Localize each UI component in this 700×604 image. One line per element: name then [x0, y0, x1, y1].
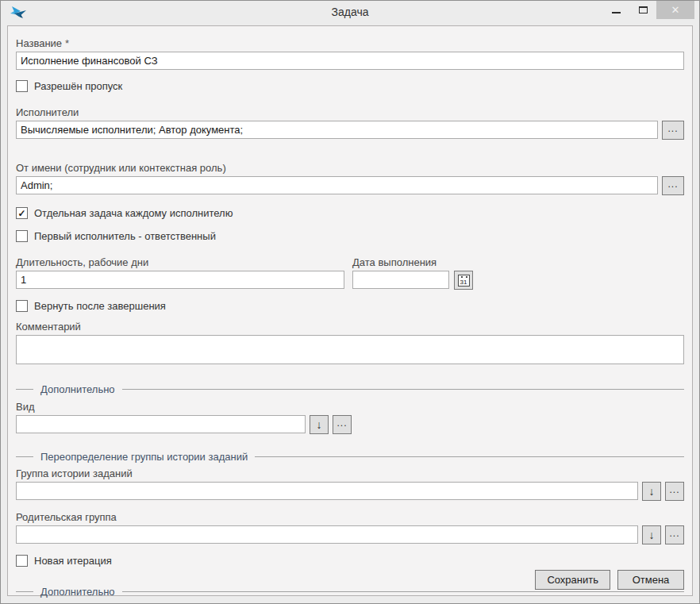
required-mark: * — [65, 37, 69, 49]
kind-dropdown-button[interactable]: ↓ — [310, 415, 329, 434]
kind-browse-button[interactable]: ... — [333, 415, 352, 434]
down-arrow-icon: ↓ — [317, 419, 322, 430]
first-responsible-checkbox[interactable]: ✓ — [16, 230, 28, 242]
new-iteration-checkbox[interactable]: ✓ — [16, 555, 28, 567]
check-icon: ✓ — [17, 209, 25, 218]
comment-label: Комментарий — [16, 321, 684, 333]
history-group-label: Группа истории заданий — [16, 467, 684, 479]
first-responsible-checkbox-row[interactable]: ✓ Первый исполнитель - ответственный — [16, 230, 684, 242]
allow-skip-label: Разрешён пропуск — [34, 80, 122, 92]
ellipsis-icon: ... — [667, 179, 678, 189]
history-group-browse-button[interactable]: ... — [665, 482, 684, 501]
app-logo-bird-icon — [10, 6, 29, 20]
performers-label: Исполнители — [16, 106, 684, 118]
maximize-icon — [639, 6, 648, 13]
kind-label: Вид — [16, 401, 684, 413]
calendar-icon: 31 — [458, 275, 470, 287]
new-iteration-label: Новая итерация — [34, 555, 112, 567]
return-after-label: Вернуть после завершения — [34, 300, 166, 312]
on-behalf-browse-button[interactable]: ... — [662, 176, 684, 195]
kind-input[interactable] — [16, 415, 306, 433]
ellipsis-icon: ... — [669, 529, 679, 538]
footer-actions: Сохранить Отмена — [528, 570, 684, 590]
form-panel: Название* ✓ Разрешён пропуск Исполнители… — [7, 25, 693, 596]
on-behalf-label: От имени (сотрудник или контекстная роль… — [16, 162, 684, 174]
return-after-checkbox-row[interactable]: ✓ Вернуть после завершения — [16, 300, 684, 312]
performers-input[interactable] — [16, 121, 658, 139]
on-behalf-input[interactable] — [16, 176, 658, 194]
history-group-input[interactable] — [16, 482, 638, 500]
parent-group-dropdown-button[interactable]: ↓ — [642, 525, 661, 544]
first-responsible-label: Первый исполнитель - ответственный — [34, 230, 216, 242]
comment-input[interactable] — [16, 335, 684, 364]
return-after-checkbox[interactable]: ✓ — [16, 300, 28, 312]
down-arrow-icon: ↓ — [649, 486, 655, 497]
due-date-label: Дата выполнения — [352, 256, 475, 268]
section-title-additional-1: Дополнительно — [40, 383, 115, 395]
allow-skip-checkbox[interactable]: ✓ — [16, 80, 28, 92]
section-title-history-override: Переопределение группы истории заданий — [40, 451, 248, 463]
history-group-dropdown-button[interactable]: ↓ — [642, 482, 661, 501]
new-iteration-checkbox-row[interactable]: ✓ Новая итерация — [16, 555, 684, 567]
section-divider-additional-1: Дополнительно — [16, 383, 684, 395]
ellipsis-icon: ... — [669, 485, 679, 494]
save-button[interactable]: Сохранить — [535, 570, 610, 590]
parent-group-label: Родительская группа — [16, 511, 684, 523]
task-dialog-window: Задача ✕ Название* ✓ Разрешён пропуск — [0, 0, 700, 604]
ellipsis-icon: ... — [337, 418, 347, 428]
maximize-button[interactable] — [629, 1, 656, 19]
parent-group-input[interactable] — [16, 525, 638, 544]
titlebar: Задача ✕ — [1, 1, 699, 25]
performers-browse-button[interactable]: ... — [662, 121, 684, 140]
duration-label: Длительность, рабочие дни — [16, 256, 344, 268]
due-date-calendar-button[interactable]: 31 — [454, 271, 473, 290]
close-button[interactable]: ✕ — [656, 1, 694, 19]
close-icon: ✕ — [671, 4, 680, 16]
parent-group-browse-button[interactable]: ... — [665, 525, 684, 544]
name-label: Название* — [16, 37, 684, 49]
section-title-additional-2: Дополнительно — [40, 586, 115, 598]
cancel-button[interactable]: Отмена — [617, 570, 684, 590]
window-title: Задача — [1, 6, 699, 18]
minimize-button[interactable] — [602, 1, 629, 19]
name-input[interactable] — [16, 52, 684, 70]
allow-skip-checkbox-row[interactable]: ✓ Разрешён пропуск — [16, 80, 684, 92]
separate-task-checkbox-row[interactable]: ✓ Отдельная задача каждому исполнителю — [16, 207, 684, 219]
ellipsis-icon: ... — [667, 124, 678, 133]
minimize-icon — [612, 12, 621, 13]
duration-input[interactable] — [16, 271, 344, 289]
section-divider-history-override: Переопределение группы истории заданий — [16, 451, 684, 463]
separate-task-checkbox[interactable]: ✓ — [16, 207, 28, 219]
down-arrow-icon: ↓ — [649, 529, 655, 541]
separate-task-label: Отдельная задача каждому исполнителю — [34, 207, 233, 219]
due-date-input[interactable] — [352, 271, 449, 289]
window-controls: ✕ — [602, 1, 694, 19]
